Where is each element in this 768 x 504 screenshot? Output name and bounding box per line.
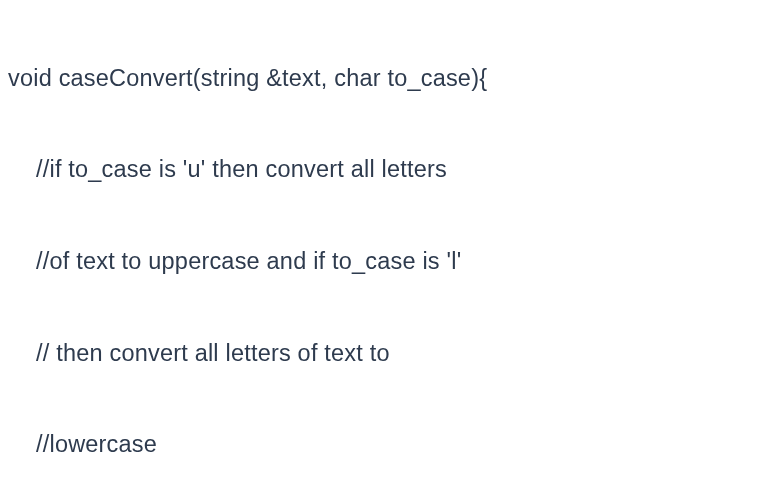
code-line-comment: //lowercase (8, 422, 760, 468)
code-line-comment: // then convert all letters of text to (8, 331, 760, 377)
code-line-comment: //of text to uppercase and if to_case is… (8, 239, 760, 285)
code-line-signature: void caseConvert(string &text, char to_c… (8, 56, 760, 102)
code-line-comment: //if to_case is 'u' then convert all let… (8, 147, 760, 193)
code-snippet: void caseConvert(string &text, char to_c… (8, 10, 760, 504)
